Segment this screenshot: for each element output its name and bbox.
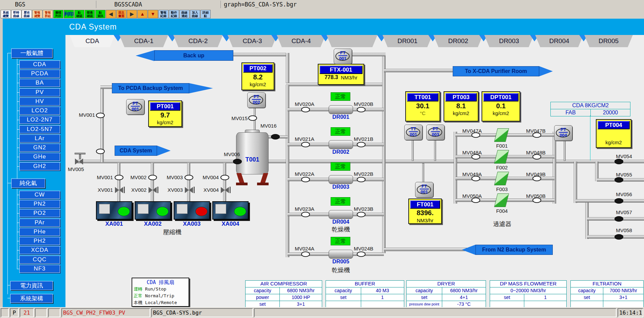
- sidebar-group-general-gas[interactable]: 一般氣體: [11, 49, 53, 58]
- tab-dr001[interactable]: DR001: [383, 35, 432, 47]
- sidebar-item-po2[interactable]: PO2: [19, 209, 60, 217]
- ft001-instrument[interactable]: FT001: [415, 182, 433, 198]
- tab-dr004[interactable]: DR004: [535, 35, 583, 47]
- sidebar-item-cw[interactable]: CW: [19, 191, 60, 199]
- tt001-display[interactable]: TT001 30.1 °C: [405, 91, 440, 121]
- toolbar-button-alarm-group[interactable]: 警報群組: [43, 10, 53, 18]
- mv056-valve[interactable]: [614, 198, 623, 204]
- toolbar-button-print[interactable]: 列印: [64, 10, 74, 18]
- xv003-valve[interactable]: [189, 187, 193, 193]
- toolbar-button-up-icon[interactable]: ▲: [137, 10, 148, 18]
- dryer-vessel[interactable]: [329, 140, 353, 149]
- pt003-display[interactable]: PT003 8.1 kg/cm2: [444, 91, 479, 121]
- riser-valve[interactable]: [96, 149, 105, 154]
- mv048b-valve[interactable]: [532, 154, 541, 160]
- mv055-valve[interactable]: [614, 177, 623, 183]
- tab-cda-3[interactable]: CDA-3: [228, 35, 277, 47]
- mv050a-valve[interactable]: [471, 198, 480, 203]
- sidebar-item-pn2[interactable]: PN2: [19, 200, 60, 208]
- tab-dr002[interactable]: DR002: [433, 35, 483, 47]
- ft001-display[interactable]: FT001 8396. NM3/hr: [408, 199, 442, 224]
- sidebar-group-purified-gas[interactable]: 純化氣: [11, 179, 45, 188]
- toolbar-button-point-detail[interactable]: 詳細點: [200, 10, 211, 18]
- toolbar-button-system-overview[interactable]: 系統總覽: [1, 10, 11, 18]
- sidebar-item-pv[interactable]: PV: [19, 88, 60, 96]
- tab-dr003[interactable]: DR003: [484, 35, 534, 47]
- mv021a-valve[interactable]: [301, 142, 310, 147]
- xv002-valve[interactable]: [153, 187, 157, 193]
- mv004-valve[interactable]: [220, 175, 229, 180]
- xv004-valve[interactable]: [221, 187, 225, 193]
- compressor-xa003[interactable]: [174, 201, 210, 220]
- mv049b-valve[interactable]: [532, 176, 541, 181]
- dryer-vessel[interactable]: [329, 250, 353, 259]
- mv049a-valve[interactable]: [471, 176, 480, 181]
- toolbar-button-screen-ack[interactable]: 螢幕確認: [85, 10, 95, 18]
- compressor-xa002[interactable]: [135, 201, 171, 220]
- sidebar-item-power-info[interactable]: 電力資訊: [10, 281, 53, 290]
- pt001-display[interactable]: PT001 9.7 kg/cm2: [148, 100, 182, 127]
- mv050b-valve[interactable]: [532, 198, 541, 203]
- toolbar-button-history-trend[interactable]: 歷史曲線: [22, 10, 32, 18]
- compressor-xa001[interactable]: [96, 201, 132, 220]
- mv054-valve[interactable]: [614, 159, 623, 164]
- mv015-valve[interactable]: [248, 115, 257, 121]
- sidebar-item-xcda[interactable]: XCDA: [19, 246, 60, 254]
- tab-dr005[interactable]: DR005: [584, 35, 633, 47]
- toolbar-button-trend-link[interactable]: 曲線連結: [179, 10, 190, 18]
- sidebar-item-nf3[interactable]: NF3: [19, 265, 60, 273]
- sidebar-item-hv[interactable]: HV: [19, 97, 60, 106]
- dryer-vessel[interactable]: [329, 210, 353, 219]
- mv024a-valve[interactable]: [301, 251, 310, 257]
- sidebar-item-lar[interactable]: LAr: [19, 134, 60, 143]
- tab-blank[interactable]: [327, 35, 377, 47]
- sidebar-item-ghe[interactable]: GHe: [19, 153, 60, 161]
- pt003-instrument[interactable]: PT003: [426, 125, 445, 140]
- toolbar-button-add-trend[interactable]: 加入曲線: [190, 10, 200, 18]
- tab-cda-4[interactable]: CDA-4: [277, 35, 326, 47]
- mv057-valve[interactable]: [614, 216, 623, 222]
- mv047a-valve[interactable]: [471, 132, 480, 138]
- pt001-instrument[interactable]: PT001: [126, 99, 144, 115]
- toolbar-button-point-ack[interactable]: 點確認: [74, 10, 84, 18]
- xv004-valve[interactable]: [225, 187, 229, 193]
- toolbar-button-alarm-overview[interactable]: 警報總覽: [32, 10, 42, 18]
- mv022a-valve[interactable]: [301, 177, 310, 182]
- sidebar-item-cda[interactable]: CDA: [19, 60, 60, 69]
- toolbar-button-action-log[interactable]: 動作紀錄: [169, 10, 179, 18]
- pt004-instrument[interactable]: PT004: [554, 125, 572, 141]
- pt002-display[interactable]: PT002 8.2 kg/cm2: [241, 62, 274, 90]
- dpt001-display[interactable]: DPT001 0.1 kg/cm2: [482, 91, 520, 121]
- mv020a-valve[interactable]: [301, 107, 310, 112]
- tt001-instrument[interactable]: TT001: [404, 125, 423, 140]
- toolbar-button-graph-list[interactable]: 圖檔列示: [53, 10, 63, 18]
- mv024b-valve[interactable]: [357, 251, 366, 257]
- toolbar-button-back-icon[interactable]: ◀: [106, 10, 116, 18]
- toolbar-button-realtime-trend[interactable]: 即時曲線: [11, 10, 21, 18]
- pcda-backup-arrow[interactable]: To PCDA Backup System: [112, 83, 189, 93]
- mv016-valve[interactable]: [271, 134, 280, 139]
- sidebar-item-ph2[interactable]: PH2: [19, 237, 60, 245]
- xv001-valve[interactable]: [115, 187, 119, 193]
- cda-system-arrow[interactable]: CDA System: [115, 146, 157, 156]
- mv047b-valve[interactable]: [532, 132, 541, 138]
- sidebar-item-lo2-5n7[interactable]: LO2-5N7: [19, 125, 60, 133]
- tab-cda-1[interactable]: CDA-1: [119, 35, 168, 47]
- sidebar-item-phe[interactable]: PHe: [19, 228, 60, 236]
- mv023a-valve[interactable]: [301, 212, 310, 217]
- sidebar-item-pcda[interactable]: PCDA: [19, 70, 60, 78]
- n2-backup-arrow[interactable]: From N2 Backup System: [475, 245, 553, 255]
- tab-cda[interactable]: CDA: [70, 35, 115, 47]
- mv048a-valve[interactable]: [471, 154, 480, 160]
- xv003-valve[interactable]: [185, 187, 189, 193]
- mv005-valve[interactable]: [79, 158, 83, 165]
- tab-cda-2[interactable]: CDA-2: [173, 35, 223, 47]
- sidebar-item-lo2-2n7[interactable]: LO2-2N7: [19, 116, 60, 124]
- mv002-valve[interactable]: [148, 175, 157, 180]
- mv006-valve[interactable]: [233, 159, 242, 164]
- sidebar-item-lco2[interactable]: LCO2: [19, 107, 60, 115]
- toolbar-button-home[interactable]: 回主畫面: [116, 10, 126, 18]
- xv002-valve[interactable]: [149, 187, 153, 193]
- mv021b-valve[interactable]: [357, 142, 366, 147]
- xcda-purifier-arrow[interactable]: To X-CDA Purifier Room: [453, 66, 539, 76]
